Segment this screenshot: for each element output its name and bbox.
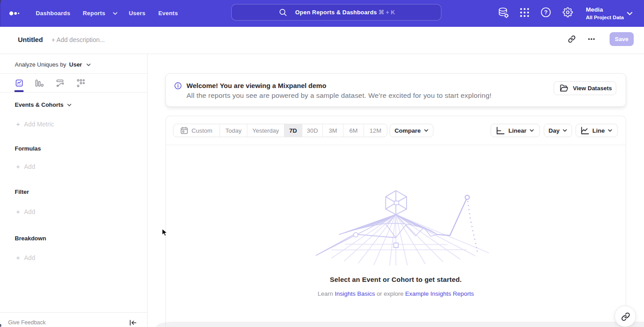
svg-text:?: ? bbox=[544, 9, 548, 16]
